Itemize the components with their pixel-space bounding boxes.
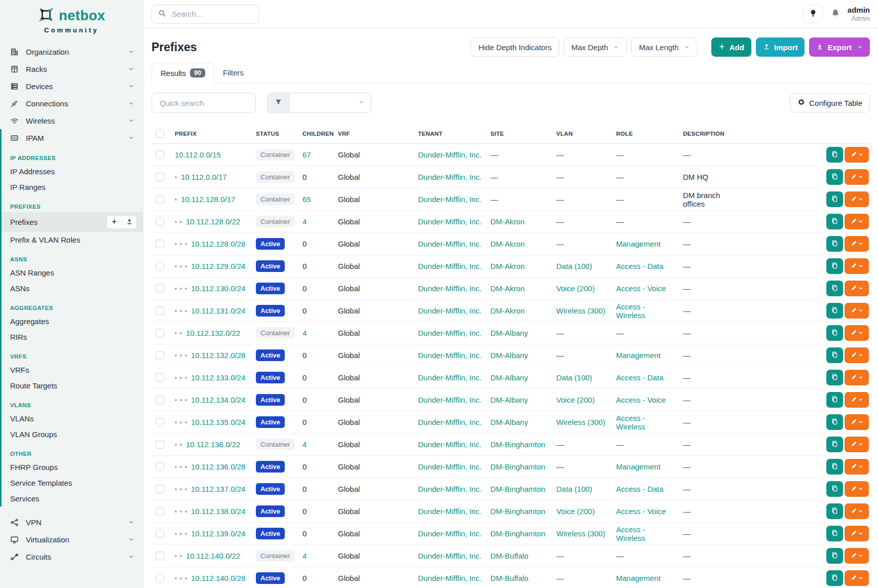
sidebar-item-vrfs[interactable]: VRFs bbox=[2, 362, 143, 378]
vlan-link[interactable]: Wireless (300) bbox=[556, 529, 605, 538]
column-header-role[interactable]: ROLE bbox=[612, 124, 679, 144]
row-checkbox[interactable] bbox=[156, 574, 164, 582]
edit-button[interactable] bbox=[845, 503, 869, 519]
prefix-link[interactable]: 10.112.135.0/24 bbox=[191, 418, 245, 426]
copy-button[interactable] bbox=[826, 169, 843, 185]
site-link[interactable]: DM-Akron bbox=[490, 306, 525, 315]
row-checkbox[interactable] bbox=[156, 351, 164, 360]
role-link[interactable]: Access - Voice bbox=[616, 284, 666, 293]
copy-button[interactable] bbox=[826, 214, 843, 229]
search-input[interactable] bbox=[171, 9, 252, 19]
role-link[interactable]: Access - Wireless bbox=[616, 525, 645, 542]
row-checkbox[interactable] bbox=[156, 396, 164, 404]
row-checkbox[interactable] bbox=[156, 373, 164, 382]
site-link[interactable]: DM-Akron bbox=[490, 217, 525, 226]
prefix-link[interactable]: 10.112.0.0/17 bbox=[181, 173, 227, 181]
site-link[interactable]: DM-Akron bbox=[490, 284, 525, 293]
edit-button[interactable] bbox=[845, 414, 869, 430]
row-checkbox[interactable] bbox=[156, 284, 164, 293]
row-checkbox[interactable] bbox=[156, 173, 164, 181]
tenant-link[interactable]: Dunder-Mifflin, Inc. bbox=[418, 150, 482, 159]
row-checkbox[interactable] bbox=[156, 462, 164, 471]
edit-button[interactable] bbox=[845, 370, 869, 385]
sidebar-item-ip-ranges[interactable]: IP Ranges bbox=[2, 179, 143, 195]
hide-depth-indicators-button[interactable]: Hide Depth Indicators bbox=[471, 37, 559, 57]
site-link[interactable]: DM-Albany bbox=[490, 418, 528, 426]
children-link[interactable]: 4 bbox=[302, 440, 307, 449]
sidebar-item-fhrp-groups[interactable]: FHRP Groups bbox=[2, 459, 143, 475]
children-link[interactable]: 65 bbox=[302, 195, 311, 204]
copy-button[interactable] bbox=[826, 481, 843, 497]
sidebar-item-aggregates[interactable]: Aggregates bbox=[2, 313, 143, 329]
prefix-link[interactable]: 10.112.130.0/24 bbox=[191, 284, 245, 293]
edit-button[interactable] bbox=[845, 169, 869, 185]
filter-funnel-button[interactable] bbox=[267, 93, 289, 113]
sidebar-item-wireless[interactable]: Wireless bbox=[0, 112, 143, 129]
export-button[interactable]: Export bbox=[809, 37, 870, 57]
site-link[interactable]: DM-Albany bbox=[490, 351, 528, 360]
tab-results[interactable]: Results 90 bbox=[151, 63, 214, 84]
copy-button[interactable] bbox=[826, 370, 843, 385]
tenant-link[interactable]: Dunder-Mifflin, Inc. bbox=[418, 284, 482, 293]
vlan-link[interactable]: Data (100) bbox=[556, 373, 592, 382]
prefix-link[interactable]: 10.112.128.0/22 bbox=[186, 217, 240, 226]
row-checkbox[interactable] bbox=[156, 485, 164, 493]
configure-table-button[interactable]: Configure Table bbox=[790, 93, 870, 112]
site-link[interactable]: DM-Binghamton bbox=[490, 529, 545, 538]
edit-button[interactable] bbox=[845, 570, 869, 586]
max-length-dropdown[interactable]: Max Length bbox=[631, 37, 697, 57]
sidebar-item-asns[interactable]: ASNs bbox=[2, 281, 143, 296]
quick-add-button[interactable] bbox=[106, 215, 122, 229]
site-link[interactable]: DM-Albany bbox=[490, 373, 528, 382]
role-link[interactable]: Access - Data bbox=[616, 262, 663, 270]
copy-button[interactable] bbox=[826, 347, 843, 363]
copy-button[interactable] bbox=[826, 459, 843, 475]
edit-button[interactable] bbox=[845, 258, 869, 274]
prefix-link[interactable]: 10.112.138.0/24 bbox=[191, 507, 245, 516]
row-checkbox[interactable] bbox=[156, 150, 164, 159]
sidebar-item-service-templates[interactable]: Service Templates bbox=[2, 475, 143, 491]
row-checkbox[interactable] bbox=[156, 306, 164, 315]
max-depth-dropdown[interactable]: Max Depth bbox=[564, 37, 627, 57]
user-menu[interactable]: admin Admin bbox=[848, 6, 870, 23]
edit-button[interactable] bbox=[845, 325, 869, 341]
column-header-prefix[interactable]: PREFIX bbox=[171, 124, 252, 144]
sidebar-item-vlan-groups[interactable]: VLAN Groups bbox=[2, 426, 143, 442]
row-checkbox[interactable] bbox=[156, 552, 164, 560]
tenant-link[interactable]: Dunder-Mifflin, Inc. bbox=[418, 306, 482, 315]
tenant-link[interactable]: Dunder-Mifflin, Inc. bbox=[418, 485, 482, 493]
sidebar-item-prefixes[interactable]: Prefixes bbox=[2, 212, 143, 232]
theme-toggle-button[interactable] bbox=[803, 5, 823, 23]
edit-button[interactable] bbox=[845, 236, 869, 252]
sidebar-item-connections[interactable]: Connections bbox=[0, 95, 143, 112]
column-header-description[interactable]: DESCRIPTION bbox=[679, 124, 747, 144]
tenant-link[interactable]: Dunder-Mifflin, Inc. bbox=[418, 195, 482, 204]
edit-button[interactable] bbox=[845, 459, 869, 475]
row-checkbox[interactable] bbox=[156, 529, 164, 538]
tenant-link[interactable]: Dunder-Mifflin, Inc. bbox=[418, 574, 482, 582]
select-all-checkbox[interactable] bbox=[156, 129, 164, 138]
row-checkbox[interactable] bbox=[156, 440, 164, 449]
role-link[interactable]: Management bbox=[616, 351, 661, 360]
role-link[interactable]: Access - Data bbox=[616, 373, 663, 382]
vlan-link[interactable]: Wireless (300) bbox=[556, 306, 605, 315]
prefix-link[interactable]: 10.112.137.0/24 bbox=[191, 485, 245, 493]
site-link[interactable]: DM-Binghamton bbox=[490, 485, 545, 493]
site-link[interactable]: DM-Binghamton bbox=[490, 440, 545, 449]
prefix-link[interactable]: 10.112.128.0/17 bbox=[181, 195, 235, 204]
site-link[interactable]: DM-Akron bbox=[490, 240, 525, 248]
role-link[interactable]: Access - Voice bbox=[616, 396, 666, 404]
sidebar-item-ipam[interactable]: IPAM bbox=[2, 129, 143, 146]
quick-search-input[interactable] bbox=[159, 98, 249, 108]
sidebar-item-route-targets[interactable]: Route Targets bbox=[2, 378, 143, 394]
prefix-link[interactable]: 10.112.136.0/28 bbox=[191, 462, 245, 471]
sidebar-item-organization[interactable]: Organization bbox=[0, 43, 143, 60]
copy-button[interactable] bbox=[826, 526, 843, 541]
copy-button[interactable] bbox=[826, 392, 843, 408]
tenant-link[interactable]: Dunder-Mifflin, Inc. bbox=[418, 440, 482, 449]
notifications-button[interactable] bbox=[831, 9, 840, 19]
copy-button[interactable] bbox=[826, 570, 843, 586]
copy-button[interactable] bbox=[826, 548, 843, 564]
column-header-site[interactable]: SITE bbox=[486, 124, 552, 144]
add-button[interactable]: Add bbox=[711, 37, 751, 57]
